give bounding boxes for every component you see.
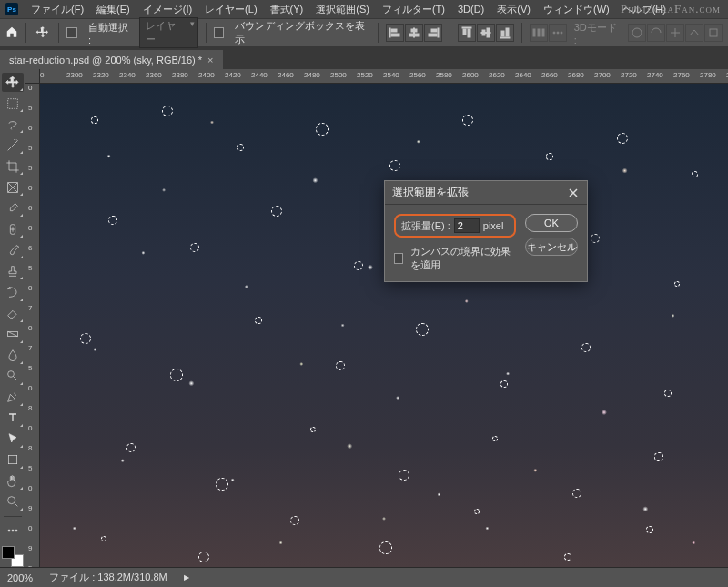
workspace: 0230023202340236023802400242024402460248…: [0, 69, 728, 567]
canvas-boundary-checkbox[interactable]: [394, 253, 403, 264]
menu-window[interactable]: ウィンドウ(W): [538, 1, 615, 18]
gradient-tool[interactable]: [2, 325, 24, 344]
selection-marker: [290, 516, 299, 525]
ruler-tick: 2300: [66, 71, 83, 79]
menu-file[interactable]: ファイル(F): [25, 1, 89, 18]
pen-tool[interactable]: [2, 388, 24, 407]
blur-tool[interactable]: [2, 346, 24, 365]
align-group-2: [458, 24, 514, 42]
path-select-tool[interactable]: [2, 430, 24, 449]
ruler-vertical[interactable]: 0505506065070750808509095: [25, 84, 40, 567]
selection-marker: [564, 553, 571, 561]
foreground-color-swatch[interactable]: [2, 546, 15, 559]
brush-tool[interactable]: [2, 240, 24, 259]
ruler-tick: 0: [28, 124, 32, 132]
eraser-tool[interactable]: [2, 304, 24, 323]
ruler-tick: 2560: [410, 71, 426, 79]
align-right-icon[interactable]: [424, 24, 442, 42]
shape-tool[interactable]: [2, 450, 24, 470]
app-logo-icon: Ps: [5, 3, 18, 15]
selection-marker: [591, 234, 600, 243]
history-brush-tool[interactable]: [2, 282, 24, 301]
document-canvas[interactable]: [40, 84, 728, 567]
edit-toolbar-icon[interactable]: [2, 521, 24, 541]
layer-dropdown[interactable]: レイヤー: [139, 17, 197, 48]
zoom-level[interactable]: 200%: [7, 572, 33, 583]
ruler-tick: 0: [28, 484, 32, 492]
magic-wand-tool[interactable]: [2, 136, 24, 155]
ruler-tick: 2520: [357, 71, 373, 79]
expand-amount-input[interactable]: [454, 218, 480, 233]
menu-filter[interactable]: フィルター(T): [377, 1, 450, 18]
lasso-tool[interactable]: [2, 115, 24, 134]
menu-edit[interactable]: 編集(E): [91, 1, 136, 18]
ruler-tick: 9: [28, 504, 32, 512]
svg-point-23: [561, 32, 562, 34]
ruler-tick: 0: [28, 424, 32, 432]
move-tool-icon[interactable]: [34, 22, 51, 44]
ruler-tick: 2380: [172, 71, 188, 79]
ruler-tick: 2780: [700, 71, 716, 79]
frame-tool[interactable]: [2, 177, 24, 197]
scale-3d-icon[interactable]: [704, 24, 723, 42]
auto-select-checkbox[interactable]: [66, 27, 77, 38]
close-icon[interactable]: [567, 187, 580, 199]
ruler-tick: 2420: [225, 71, 241, 79]
align-top-icon[interactable]: [458, 24, 476, 42]
ruler-horizontal[interactable]: 0230023202340236023802400242024402460248…: [40, 69, 728, 84]
show-bbox-checkbox[interactable]: [214, 27, 225, 38]
ruler-tick: 2760: [673, 71, 690, 79]
svg-rect-5: [410, 34, 419, 36]
healing-tool[interactable]: [2, 219, 24, 238]
slide-3d-icon[interactable]: [685, 24, 703, 42]
menu-view[interactable]: 表示(V): [491, 1, 536, 18]
menu-image[interactable]: イメージ(I): [137, 1, 197, 18]
eyedropper-tool[interactable]: [2, 198, 24, 218]
document-tab-bar: star-reduction.psd @ 200% (sky, RGB/16) …: [0, 47, 728, 69]
selection-marker: [492, 436, 499, 442]
cancel-button[interactable]: キャンセル: [525, 238, 578, 256]
pan-3d-icon[interactable]: [666, 24, 684, 42]
home-icon[interactable]: [5, 25, 18, 40]
roll-3d-icon[interactable]: [647, 24, 665, 42]
ok-button[interactable]: OK: [525, 214, 578, 232]
selection-marker: [399, 470, 410, 481]
ruler-tick: 2640: [515, 71, 531, 79]
status-menu-icon[interactable]: ▶: [184, 573, 189, 582]
dialog-titlebar[interactable]: 選択範囲を拡張: [385, 181, 587, 205]
file-size-info[interactable]: ファイル : 138.2M/310.8M: [49, 571, 167, 584]
svg-rect-9: [462, 27, 471, 28]
hand-tool[interactable]: [2, 471, 24, 491]
selection-marker: [581, 343, 591, 352]
separator: [206, 23, 207, 43]
close-tab-icon[interactable]: ×: [207, 55, 213, 66]
align-vcenter-icon[interactable]: [477, 24, 495, 42]
orbit-3d-icon[interactable]: [628, 24, 646, 42]
tool-separator: [4, 516, 22, 517]
align-hcenter-icon[interactable]: [405, 24, 423, 42]
color-swatches[interactable]: [2, 546, 24, 567]
zoom-tool[interactable]: [2, 492, 24, 511]
menu-select[interactable]: 選択範囲(S): [310, 1, 375, 18]
ruler-tick: 5: [28, 464, 32, 472]
text-tool[interactable]: [2, 409, 24, 428]
marquee-tool[interactable]: [2, 94, 24, 113]
menu-type[interactable]: 書式(Y): [265, 1, 309, 18]
stamp-tool[interactable]: [2, 261, 24, 280]
svg-rect-7: [431, 29, 437, 32]
selection-marker: [379, 541, 391, 553]
align-left-icon[interactable]: [386, 24, 404, 42]
align-bottom-icon[interactable]: [496, 24, 514, 42]
ruler-tick: 2400: [198, 71, 215, 79]
svg-rect-1: [391, 29, 397, 32]
dodge-tool[interactable]: [2, 367, 24, 386]
canvas-area: 0230023202340236023802400242024402460248…: [25, 69, 728, 567]
distribute-h-icon[interactable]: [530, 24, 548, 42]
more-options-icon[interactable]: [549, 24, 567, 42]
status-bar: 200% ファイル : 138.2M/310.8M ▶: [0, 567, 728, 587]
move-tool[interactable]: [2, 73, 24, 92]
crop-tool[interactable]: [2, 157, 24, 176]
menu-3d[interactable]: 3D(D): [452, 2, 490, 16]
menu-layer[interactable]: レイヤー(L): [199, 1, 262, 18]
document-tab[interactable]: star-reduction.psd @ 200% (sky, RGB/16) …: [0, 50, 223, 69]
